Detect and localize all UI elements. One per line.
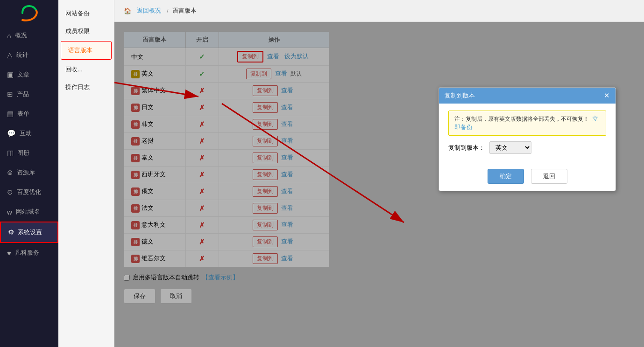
sidebar-item-interactive[interactable]: 💬 互动 xyxy=(0,124,58,143)
sidebar-item-stats[interactable]: △ 统计 xyxy=(0,45,58,65)
sub-sidebar-item-language[interactable]: 语言版本 xyxy=(61,41,112,60)
breadcrumb: 🏠 返回概况 / 语言版本 xyxy=(114,0,644,22)
confirm-button[interactable]: 确定 xyxy=(488,169,524,184)
select-label: 复制到版本： xyxy=(448,144,485,152)
gallery-icon: ◫ xyxy=(7,149,14,157)
resource-icon: ⊜ xyxy=(7,168,13,177)
sub-sidebar-label: 回收... xyxy=(65,66,83,73)
logo xyxy=(0,0,58,26)
settings-icon: ⚙ xyxy=(8,228,14,236)
sub-sidebar-label: 语言版本 xyxy=(68,47,92,54)
sidebar-item-label: 表单 xyxy=(17,110,29,118)
dialog-footer: 确定 返回 xyxy=(439,167,616,191)
sidebar-item-baidu[interactable]: ⊙ 百度优化 xyxy=(0,182,58,202)
copy-to-dialog: 复制到版本 ✕ 注：复制后，原有英文版数据将全部丢失，不可恢复！ 立即备份 复制… xyxy=(439,87,616,191)
sidebar-item-label: 统计 xyxy=(16,51,28,59)
sub-sidebar-item-recycle[interactable]: 回收... xyxy=(58,61,114,78)
dialog-overlay: 复制到版本 ✕ 注：复制后，原有英文版数据将全部丢失，不可恢复！ 立即备份 复制… xyxy=(114,22,644,347)
form-icon: ▤ xyxy=(7,110,14,118)
dialog-body: 注：复制后，原有英文版数据将全部丢失，不可恢复！ 立即备份 复制到版本： 英文 … xyxy=(439,104,616,167)
return-button[interactable]: 返回 xyxy=(531,169,567,184)
sub-sidebar-label: 操作日志 xyxy=(65,83,90,90)
sidebar-item-fanke[interactable]: ♥ 凡科服务 xyxy=(0,243,58,263)
sidebar-item-gallery[interactable]: ◫ 图册 xyxy=(0,143,58,163)
sidebar-item-articles[interactable]: ▣ 文章 xyxy=(0,65,58,84)
sidebar-item-resources[interactable]: ⊜ 资源库 xyxy=(0,163,58,182)
sidebar-item-label: 产品 xyxy=(17,90,29,98)
dialog-header: 复制到版本 ✕ xyxy=(439,88,616,104)
article-icon: ▣ xyxy=(7,70,14,79)
sub-sidebar-label: 网站备份 xyxy=(65,10,90,17)
content-area: 语言版本 开启 操作 中文 ✓ 复制到 查看 设为默认 xyxy=(114,22,644,347)
sidebar-item-settings[interactable]: ⚙ 系统设置 xyxy=(0,222,58,243)
sidebar-item-label: 文章 xyxy=(17,70,29,79)
dialog-close-button[interactable]: ✕ xyxy=(604,91,610,100)
sub-sidebar-item-oplog[interactable]: 操作日志 xyxy=(58,78,114,96)
breadcrumb-current: 语言版本 xyxy=(172,7,197,15)
sub-sidebar-label: 成员权限 xyxy=(65,28,90,35)
breadcrumb-sep: / xyxy=(167,7,169,14)
version-select[interactable]: 英文 繁体中文 日文 韩文 xyxy=(489,141,531,154)
sidebar-item-products[interactable]: ⊞ 产品 xyxy=(0,84,58,104)
sidebar: ⌂ 概况 △ 统计 ▣ 文章 ⊞ 产品 ▤ 表单 💬 互动 ◫ 图册 ⊜ 资源库… xyxy=(0,0,58,347)
sidebar-item-label: 网站域名 xyxy=(16,208,40,216)
sidebar-item-label: 资源库 xyxy=(17,168,35,177)
heart-icon: ♥ xyxy=(7,249,11,257)
dialog-select-row: 复制到版本： 英文 繁体中文 日文 韩文 xyxy=(448,141,606,154)
sidebar-item-label: 概况 xyxy=(15,31,27,40)
home-icon: 🏠 xyxy=(124,7,131,14)
sidebar-item-label: 系统设置 xyxy=(18,228,42,236)
sub-sidebar: 网站备份 成员权限 语言版本 回收... 操作日志 xyxy=(58,0,114,347)
warning-text: 注：复制后，原有英文版数据将全部丢失，不可恢复！ xyxy=(454,116,589,122)
baidu-icon: ⊙ xyxy=(7,188,13,196)
main-content: 🏠 返回概况 / 语言版本 语言版本 开启 操作 中文 ✓ xyxy=(114,0,644,347)
sidebar-item-label: 图册 xyxy=(17,149,29,157)
sidebar-item-label: 凡科服务 xyxy=(15,249,39,257)
sub-sidebar-item-member[interactable]: 成员权限 xyxy=(58,22,114,40)
dialog-warning: 注：复制后，原有英文版数据将全部丢失，不可恢复！ 立即备份 xyxy=(448,111,606,136)
back-link[interactable]: 返回概况 xyxy=(135,6,163,16)
domain-icon: w xyxy=(7,208,12,216)
dialog-title: 复制到版本 xyxy=(445,91,475,100)
home-icon: ⌂ xyxy=(7,32,11,40)
product-icon: ⊞ xyxy=(7,90,13,98)
sub-sidebar-item-backup[interactable]: 网站备份 xyxy=(58,5,114,22)
sidebar-item-domain[interactable]: w 网站域名 xyxy=(0,202,58,222)
sidebar-item-overview[interactable]: ⌂ 概况 xyxy=(0,26,58,45)
chat-icon: 💬 xyxy=(7,129,16,138)
sidebar-item-label: 百度优化 xyxy=(17,188,41,196)
sidebar-item-forms[interactable]: ▤ 表单 xyxy=(0,104,58,124)
sidebar-item-label: 互动 xyxy=(20,129,32,138)
stats-icon: △ xyxy=(7,51,13,59)
